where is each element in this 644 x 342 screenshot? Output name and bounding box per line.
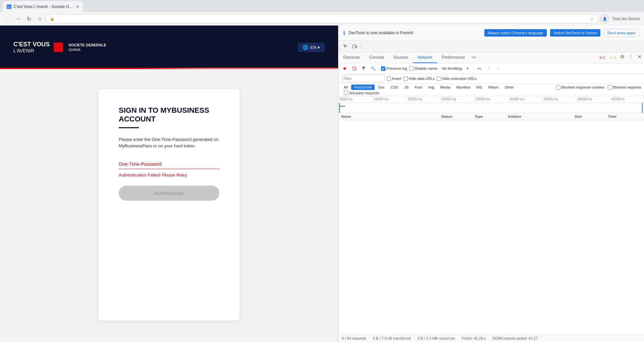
otp-input[interactable] bbox=[119, 159, 219, 169]
col-type[interactable]: Type bbox=[475, 114, 508, 118]
more-tabs-button[interactable]: >> bbox=[470, 52, 478, 63]
language-button[interactable]: 🌐 EN ▾ bbox=[298, 43, 325, 52]
devtools-close-x-icon[interactable]: ✕ bbox=[635, 52, 644, 61]
favorites-button[interactable]: Tous les favoris bbox=[611, 16, 641, 21]
tab-console[interactable]: Console bbox=[365, 52, 389, 63]
filter-other[interactable]: Other bbox=[502, 85, 517, 90]
authenticate-button[interactable]: Authenticate bbox=[119, 186, 219, 201]
filter-img[interactable]: Img bbox=[425, 85, 437, 90]
devtools-settings-icon[interactable]: ⚙ bbox=[618, 52, 627, 61]
no-throttling-label: No throttling bbox=[442, 66, 462, 70]
svg-rect-3 bbox=[356, 46, 357, 48]
refresh-button[interactable]: ↻ bbox=[24, 14, 34, 23]
tab-sources[interactable]: Sources bbox=[389, 52, 413, 63]
blocked-requests-checkbox[interactable] bbox=[608, 85, 612, 90]
error-message: Authentication Failed! Please Retry. bbox=[119, 173, 219, 178]
tab-elements[interactable]: Elements bbox=[338, 52, 365, 63]
col-name[interactable]: Name bbox=[341, 114, 441, 118]
filter-font[interactable]: Font bbox=[412, 85, 425, 90]
filter-all[interactable]: All bbox=[341, 85, 351, 90]
third-party-label[interactable]: 3rd-party requests bbox=[344, 91, 379, 95]
logo-sg-text: SOCIETE GENERALE GHANA bbox=[68, 43, 106, 52]
filter-doc[interactable]: Doc bbox=[375, 85, 387, 90]
home-button[interactable]: ⌂ bbox=[35, 14, 44, 23]
logo-area: C'EST VOUS L'AVENIR SOCIETE GENERALE GHA… bbox=[13, 41, 106, 54]
hide-data-urls-checkbox[interactable] bbox=[404, 77, 408, 81]
page-body: SIGN IN TO MYBUSINESS ACCOUNT Please ent… bbox=[0, 69, 338, 341]
disable-cache-label[interactable]: Disable cache bbox=[409, 66, 438, 71]
match-language-button[interactable]: Always match Chrome's language bbox=[484, 29, 547, 37]
search-network-icon[interactable]: 🔍 bbox=[369, 65, 377, 72]
disable-cache-checkbox[interactable] bbox=[409, 66, 414, 71]
tick-5: 25000 ms bbox=[474, 96, 508, 103]
company-line1: SOCIETE GENERALE bbox=[68, 43, 106, 47]
devtools-more-icon[interactable]: ⋮ bbox=[627, 52, 635, 61]
browser-tab[interactable]: S C'est Vous L'Avenir - Societe Generale… bbox=[3, 1, 83, 12]
throttling-dropdown[interactable]: ▾ bbox=[464, 65, 471, 72]
filter-wasm[interactable]: Wasm bbox=[486, 85, 501, 90]
tab-bar: S C'est Vous L'Avenir - Societe Generale… bbox=[0, 0, 644, 12]
resources-status: 0 B / 2.4 MB resources bbox=[418, 336, 455, 340]
forward-button[interactable]: → bbox=[13, 14, 23, 23]
tab-performance[interactable]: Performance bbox=[437, 52, 470, 63]
record-button[interactable]: ⏺ bbox=[341, 65, 348, 72]
timeline-area: 5000 ms 10000 ms 15000 ms 20000 ms 25000… bbox=[338, 96, 644, 113]
dont-show-again-button[interactable]: Don't show again bbox=[604, 29, 639, 37]
hide-extension-urls-label[interactable]: Hide extension URLs bbox=[437, 77, 477, 81]
filter-input[interactable] bbox=[341, 75, 385, 82]
filter-manifest[interactable]: Manifest bbox=[453, 85, 473, 90]
col-size[interactable]: Size bbox=[575, 114, 608, 118]
address-bar[interactable]: 🔒 dvipidp-int.dns21.socgen/onespanauthen… bbox=[46, 14, 599, 23]
device-toolbar-icon[interactable] bbox=[351, 42, 359, 51]
col-time[interactable]: Time bbox=[608, 114, 641, 118]
tab-title: C'est Vous L'Avenir - Societe Generale G… bbox=[13, 4, 74, 9]
export-icon[interactable]: ↓ bbox=[494, 65, 502, 72]
tick-4: 20000 ms bbox=[440, 96, 474, 103]
col-status[interactable]: Status bbox=[441, 114, 474, 118]
star-icon[interactable]: ☆ bbox=[590, 16, 594, 21]
logo-text: C'EST VOUS L'AVENIR bbox=[13, 41, 50, 54]
hide-extension-urls-checkbox[interactable] bbox=[437, 77, 441, 81]
switch-french-button[interactable]: Switch DevTools to French bbox=[550, 29, 600, 37]
network-conditions-icon[interactable] bbox=[476, 65, 483, 72]
preserve-log-checkbox[interactable] bbox=[381, 66, 385, 71]
filter-ws[interactable]: WS bbox=[474, 85, 485, 90]
invert-checkbox[interactable] bbox=[387, 77, 391, 81]
hide-data-urls-label[interactable]: Hide data URLs bbox=[404, 77, 435, 81]
network-rows bbox=[338, 120, 644, 334]
filter-css[interactable]: CSS bbox=[388, 85, 401, 90]
tick-9: 45000 m bbox=[610, 96, 644, 103]
warning-count[interactable]: ⚠ 1 bbox=[607, 52, 618, 63]
tick-7: 35000 ms bbox=[542, 96, 576, 103]
devtools-tabs: Elements Console Sources Network Perform… bbox=[338, 52, 644, 63]
tab-network[interactable]: Network bbox=[413, 52, 437, 63]
blocked-cookies-label[interactable]: Blocked response cookies bbox=[556, 85, 604, 90]
url-input[interactable]: dvipidp-int.dns21.socgen/onespanauthenti… bbox=[57, 16, 588, 21]
profile-button[interactable]: 👤 bbox=[600, 14, 609, 23]
inspect-element-icon[interactable] bbox=[341, 42, 350, 51]
filter-js[interactable]: JS bbox=[401, 85, 411, 90]
clear-button[interactable]: 🚫 bbox=[351, 65, 358, 72]
lock-icon: 🔒 bbox=[50, 17, 55, 21]
logo-red-box bbox=[54, 43, 63, 52]
error-count[interactable]: ✕ 1 bbox=[597, 52, 607, 63]
invert-label[interactable]: Invert bbox=[387, 77, 401, 81]
back-button[interactable]: ← bbox=[3, 14, 12, 23]
lang-label: EN ▾ bbox=[310, 45, 320, 50]
filter-toggle-button[interactable] bbox=[360, 65, 367, 72]
blocked-requests-label[interactable]: Blocked requests bbox=[608, 85, 641, 90]
signin-description: Please enter the One-Time-Password gener… bbox=[119, 136, 219, 149]
blocked-cookies-checkbox[interactable] bbox=[556, 85, 560, 90]
col-initiator[interactable]: Initiator bbox=[508, 114, 575, 118]
import-icon[interactable]: ↑ bbox=[485, 65, 492, 72]
close-tab-icon[interactable]: ✕ bbox=[76, 4, 79, 9]
transferred-status: 0 B / 7.8 kB transferred bbox=[373, 336, 411, 340]
svg-rect-2 bbox=[353, 45, 356, 48]
logo-line1: C'EST VOUS bbox=[13, 41, 50, 48]
tick-8: 40000 ms bbox=[576, 96, 610, 103]
filter-fetch-xhr[interactable]: Fetch/XHR bbox=[351, 85, 375, 90]
preserve-log-label[interactable]: Preserve log bbox=[381, 66, 407, 71]
filter-media[interactable]: Media bbox=[437, 85, 453, 90]
devtools-main-toolbar bbox=[338, 41, 644, 52]
third-party-checkbox[interactable] bbox=[344, 91, 348, 95]
